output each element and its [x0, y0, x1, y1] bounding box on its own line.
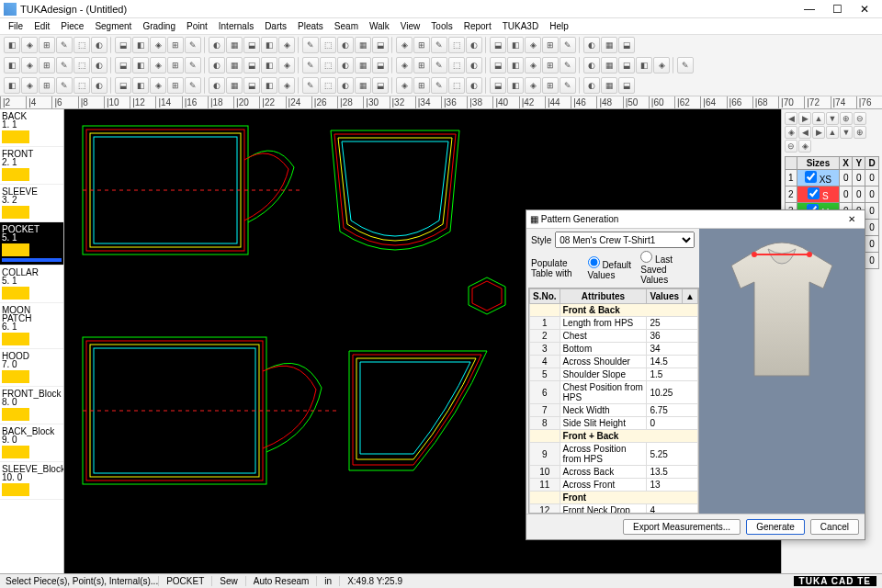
attr-row[interactable]: 8Side Slit Height0 [530, 417, 698, 430]
attr-row[interactable]: 6Chest Position from HPS10.25 [530, 381, 698, 404]
toolbar-button[interactable]: ⊞ [413, 57, 430, 74]
toolbar-button[interactable]: ▦ [601, 77, 617, 94]
toolbar-button[interactable]: ◐ [91, 37, 107, 53]
toolbar-button[interactable]: ◐ [337, 77, 354, 94]
toolbar-button[interactable]: ▦ [355, 57, 371, 74]
attr-row[interactable]: 12Front Neck Drop4 [530, 504, 698, 514]
minimize-button[interactable]: — [796, 1, 823, 17]
toolbar-button[interactable]: ◐ [466, 77, 482, 94]
grade-tool-button[interactable]: ◈ [785, 126, 797, 139]
toolbar-button[interactable]: ⬚ [74, 57, 90, 74]
grade-tool-button[interactable]: ⊕ [840, 112, 853, 125]
toolbar-button[interactable]: ◈ [278, 57, 295, 74]
toolbar-button[interactable]: ◐ [583, 77, 600, 94]
menu-segment[interactable]: Segment [90, 21, 136, 31]
piece-item-sleeve_block[interactable]: SLEEVE_Block10. 0 [0, 462, 63, 500]
toolbar-button[interactable]: ⊞ [167, 37, 184, 53]
attributes-table[interactable]: S.No. Attributes Values ▲ Front & Back1L… [529, 288, 698, 514]
toolbar-button[interactable]: ▦ [601, 57, 617, 74]
piece-item-moon patch[interactable]: MOON PATCH6. 1 [0, 303, 63, 349]
grade-tool-button[interactable]: ◀ [785, 112, 797, 125]
grade-tool-button[interactable]: ▼ [840, 126, 853, 139]
attr-row[interactable]: 4Across Shoulder14.5 [530, 356, 698, 368]
toolbar-button[interactable]: ◧ [507, 57, 524, 74]
size-row[interactable]: 1 XS000 [786, 170, 879, 187]
menu-help[interactable]: Help [545, 21, 573, 31]
dialog-close-button[interactable]: ✕ [842, 214, 861, 224]
toolbar-button[interactable]: ▦ [226, 37, 243, 53]
menu-pleats[interactable]: Pleats [293, 21, 328, 31]
toolbar-button[interactable]: ◈ [150, 37, 166, 53]
toolbar-button[interactable]: ✎ [302, 37, 319, 53]
toolbar-button[interactable]: ◧ [261, 77, 277, 94]
attr-row[interactable]: 9Across Position from HPS5.25 [530, 443, 698, 466]
toolbar-button[interactable]: ◧ [261, 37, 277, 53]
toolbar-button[interactable]: ◐ [209, 57, 225, 74]
toolbar-button[interactable]: ◈ [525, 37, 541, 53]
toolbar-button[interactable]: ⬓ [243, 77, 260, 94]
piece-item-sleeve[interactable]: SLEEVE3. 2 [0, 185, 63, 222]
toolbar-button[interactable]: ⬚ [448, 37, 465, 53]
menu-edit[interactable]: Edit [29, 21, 54, 31]
toolbar-button[interactable]: ◧ [132, 77, 149, 94]
toolbar-button[interactable]: ⊞ [39, 37, 55, 53]
style-select[interactable]: 08 Men's Crew T-Shirt1 [555, 232, 695, 248]
menu-view[interactable]: View [396, 21, 425, 31]
pattern-generation-dialog[interactable]: ▦ Pattern Generation ✕ Style 08 Men's Cr… [526, 209, 865, 540]
menu-tuka3d[interactable]: TUKA3D [498, 21, 543, 31]
toolbar-button[interactable]: ✎ [431, 77, 447, 94]
toolbar-button[interactable]: ⬚ [448, 57, 465, 74]
toolbar-button[interactable]: ⊞ [542, 57, 559, 74]
toolbar-button[interactable]: ✎ [431, 37, 447, 53]
toolbar-button[interactable]: ✎ [560, 57, 576, 74]
toolbar-button[interactable]: ✎ [185, 57, 201, 74]
size-row[interactable]: 2 S000 [786, 187, 879, 203]
toolbar-button[interactable]: ⊞ [542, 37, 559, 53]
toolbar-button[interactable]: ⬓ [243, 37, 260, 53]
grade-tool-button[interactable]: ⊕ [854, 126, 866, 139]
toolbar-button[interactable]: ◈ [21, 77, 38, 94]
menu-grading[interactable]: Grading [138, 21, 180, 31]
menu-internals[interactable]: Internals [214, 21, 258, 31]
toolbar-button[interactable]: ⊞ [39, 57, 55, 74]
maximize-button[interactable]: ☐ [823, 1, 851, 17]
toolbar-button[interactable]: ◧ [507, 37, 524, 53]
close-button[interactable]: ✕ [851, 1, 878, 17]
toolbar-button[interactable]: ⬓ [618, 77, 635, 94]
toolbar-button[interactable]: ⬓ [115, 77, 131, 94]
toolbar-button[interactable]: ◈ [525, 57, 541, 74]
export-measurements-button[interactable]: Export Measurements... [623, 519, 741, 535]
piece-item-back_block[interactable]: BACK_Block9. 0 [0, 424, 63, 462]
toolbar-button[interactable]: ⬚ [320, 57, 336, 74]
toolbar-button[interactable]: ⬚ [320, 77, 336, 94]
toolbar-button[interactable]: ◈ [150, 77, 166, 94]
toolbar-button[interactable]: ⊞ [413, 37, 430, 53]
piece-item-pocket[interactable]: POCKET5. 1 [0, 222, 63, 266]
menu-piece[interactable]: Piece [56, 21, 88, 31]
toolbar-button[interactable]: ⬓ [115, 57, 131, 74]
toolbar-button[interactable]: ◈ [396, 37, 413, 53]
menu-tools[interactable]: Tools [426, 21, 457, 31]
menu-darts[interactable]: Darts [260, 21, 291, 31]
toolbar-button[interactable]: ✎ [302, 77, 319, 94]
attr-row[interactable]: 1Length from HPS25 [530, 317, 698, 330]
toolbar-button[interactable]: ⊞ [542, 77, 559, 94]
toolbar-button[interactable]: ⬚ [320, 37, 336, 53]
toolbar-button[interactable]: ✎ [560, 77, 576, 94]
toolbar-button[interactable]: ▦ [226, 77, 243, 94]
toolbar-button[interactable]: ✎ [56, 37, 73, 53]
toolbar-button[interactable]: ◧ [4, 77, 20, 94]
radio-default-values[interactable]: Default Values [588, 256, 632, 280]
generate-button[interactable]: Generate [746, 519, 805, 535]
grade-tool-button[interactable]: ◀ [798, 126, 811, 139]
radio-last-saved-values[interactable]: Last Saved Values [640, 251, 695, 285]
grade-tool-button[interactable]: ◈ [798, 140, 811, 153]
toolbar-button[interactable]: ◐ [337, 37, 354, 53]
toolbar-button[interactable]: ⬓ [372, 77, 389, 94]
toolbar-button[interactable]: ◈ [278, 77, 295, 94]
toolbar-button[interactable]: ◐ [583, 57, 600, 74]
toolbar-button[interactable]: ◧ [261, 57, 277, 74]
toolbar-button[interactable]: ✎ [560, 37, 576, 53]
toolbar-button[interactable]: ◈ [278, 37, 295, 53]
toolbar-button[interactable]: ▦ [601, 37, 617, 53]
